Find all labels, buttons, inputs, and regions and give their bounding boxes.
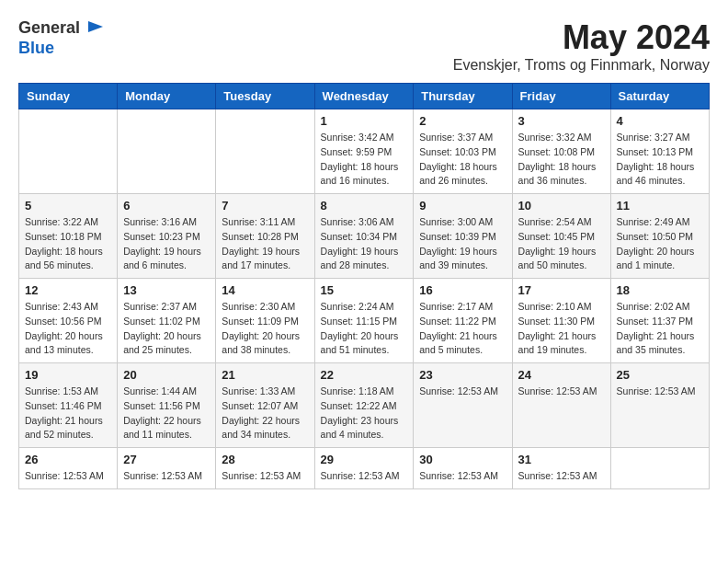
day-number: 31 <box>518 453 605 466</box>
calendar-cell: 16Sunrise: 2:17 AM Sunset: 11:22 PM Dayl… <box>414 279 512 363</box>
day-detail: Sunrise: 3:11 AM Sunset: 10:28 PM Daylig… <box>222 215 308 273</box>
day-detail: Sunrise: 12:53 AM <box>222 469 308 484</box>
calendar-cell: 19Sunrise: 1:53 AM Sunset: 11:46 PM Dayl… <box>19 363 118 448</box>
calendar-cell: 25Sunrise: 12:53 AM <box>610 363 709 448</box>
day-number: 20 <box>123 368 210 382</box>
day-number: 29 <box>321 453 408 466</box>
day-number: 25 <box>617 368 703 382</box>
calendar-cell: 8Sunrise: 3:06 AM Sunset: 10:34 PM Dayli… <box>314 194 414 279</box>
day-detail: Sunrise: 1:33 AM Sunset: 12:07 AM Daylig… <box>222 385 308 442</box>
calendar-cell: 30Sunrise: 12:53 AM <box>414 448 512 489</box>
day-detail: Sunrise: 2:49 AM Sunset: 10:50 PM Daylig… <box>617 215 703 273</box>
calendar-cell: 23Sunrise: 12:53 AM <box>414 363 512 448</box>
weekday-header-wednesday: Wednesday <box>314 84 414 109</box>
calendar-cell: 17Sunrise: 2:10 AM Sunset: 11:30 PM Dayl… <box>512 279 610 363</box>
page-header: General Blue May 2024 Evenskjer, Troms o… <box>18 18 710 74</box>
calendar-header: SundayMondayTuesdayWednesdayThursdayFrid… <box>19 84 710 109</box>
weekday-header-tuesday: Tuesday <box>216 84 314 109</box>
week-row-4: 26Sunrise: 12:53 AM27Sunrise: 12:53 AM28… <box>19 448 710 489</box>
day-detail: Sunrise: 3:06 AM Sunset: 10:34 PM Daylig… <box>321 215 408 273</box>
calendar-cell: 18Sunrise: 2:02 AM Sunset: 11:37 PM Dayl… <box>610 279 709 363</box>
calendar-cell: 1Sunrise: 3:42 AM Sunset: 9:59 PM Daylig… <box>314 109 414 194</box>
calendar-cell: 6Sunrise: 3:16 AM Sunset: 10:23 PM Dayli… <box>118 194 216 279</box>
calendar-cell: 24Sunrise: 12:53 AM <box>512 363 610 448</box>
calendar-cell: 12Sunrise: 2:43 AM Sunset: 10:56 PM Dayl… <box>19 279 118 363</box>
calendar-cell: 20Sunrise: 1:44 AM Sunset: 11:56 PM Dayl… <box>118 363 216 448</box>
day-number: 8 <box>321 199 408 213</box>
day-number: 24 <box>518 368 605 382</box>
calendar-table: SundayMondayTuesdayWednesdayThursdayFrid… <box>18 83 710 489</box>
day-detail: Sunrise: 3:32 AM Sunset: 10:08 PM Daylig… <box>518 131 605 189</box>
day-detail: Sunrise: 12:53 AM <box>617 385 703 399</box>
day-number: 1 <box>321 114 408 128</box>
calendar-cell: 22Sunrise: 1:18 AM Sunset: 12:22 AM Dayl… <box>314 363 414 448</box>
calendar-cell: 21Sunrise: 1:33 AM Sunset: 12:07 AM Dayl… <box>216 363 314 448</box>
day-detail: Sunrise: 2:54 AM Sunset: 10:45 PM Daylig… <box>518 215 605 273</box>
day-detail: Sunrise: 2:24 AM Sunset: 11:15 PM Daylig… <box>321 300 408 358</box>
calendar-cell: 11Sunrise: 2:49 AM Sunset: 10:50 PM Dayl… <box>610 194 709 279</box>
calendar-cell: 5Sunrise: 3:22 AM Sunset: 10:18 PM Dayli… <box>19 194 118 279</box>
calendar-body: 1Sunrise: 3:42 AM Sunset: 9:59 PM Daylig… <box>19 109 710 489</box>
logo-text: General <box>18 18 105 39</box>
day-number: 4 <box>617 114 703 128</box>
day-number: 16 <box>419 283 506 297</box>
day-detail: Sunrise: 12:53 AM <box>123 469 210 484</box>
day-number: 28 <box>222 453 308 466</box>
day-number: 17 <box>518 283 605 297</box>
day-detail: Sunrise: 2:17 AM Sunset: 11:22 PM Daylig… <box>419 300 506 358</box>
month-title: May 2024 <box>453 18 710 57</box>
day-detail: Sunrise: 1:53 AM Sunset: 11:46 PM Daylig… <box>25 385 111 442</box>
calendar-cell: 2Sunrise: 3:37 AM Sunset: 10:03 PM Dayli… <box>414 109 512 194</box>
day-detail: Sunrise: 3:16 AM Sunset: 10:23 PM Daylig… <box>123 215 210 273</box>
calendar-cell: 31Sunrise: 12:53 AM <box>512 448 610 489</box>
day-number: 27 <box>123 453 210 466</box>
calendar-cell <box>19 109 118 194</box>
day-number: 6 <box>123 199 210 213</box>
weekday-header-sunday: Sunday <box>19 84 118 109</box>
svg-marker-0 <box>88 21 103 32</box>
day-number: 26 <box>25 453 111 466</box>
day-detail: Sunrise: 12:53 AM <box>25 469 111 484</box>
day-number: 13 <box>123 283 210 297</box>
calendar-cell: 7Sunrise: 3:11 AM Sunset: 10:28 PM Dayli… <box>216 194 314 279</box>
day-number: 2 <box>419 114 506 128</box>
weekday-header-saturday: Saturday <box>610 84 709 109</box>
day-number: 22 <box>321 368 408 382</box>
calendar-cell: 28Sunrise: 12:53 AM <box>216 448 314 489</box>
calendar-cell: 15Sunrise: 2:24 AM Sunset: 11:15 PM Dayl… <box>314 279 414 363</box>
day-number: 21 <box>222 368 308 382</box>
day-detail: Sunrise: 3:37 AM Sunset: 10:03 PM Daylig… <box>419 131 506 189</box>
week-row-0: 1Sunrise: 3:42 AM Sunset: 9:59 PM Daylig… <box>19 109 710 194</box>
day-number: 15 <box>321 283 408 297</box>
weekday-header-thursday: Thursday <box>414 84 512 109</box>
day-detail: Sunrise: 12:53 AM <box>321 469 408 484</box>
title-block: May 2024 Evenskjer, Troms og Finnmark, N… <box>453 18 710 74</box>
day-number: 19 <box>25 368 111 382</box>
weekday-header-friday: Friday <box>512 84 610 109</box>
day-number: 14 <box>222 283 308 297</box>
day-detail: Sunrise: 12:53 AM <box>419 385 506 399</box>
calendar-cell: 4Sunrise: 3:27 AM Sunset: 10:13 PM Dayli… <box>610 109 709 194</box>
calendar-cell: 10Sunrise: 2:54 AM Sunset: 10:45 PM Dayl… <box>512 194 610 279</box>
week-row-1: 5Sunrise: 3:22 AM Sunset: 10:18 PM Dayli… <box>19 194 710 279</box>
day-number: 11 <box>617 199 703 213</box>
day-detail: Sunrise: 2:02 AM Sunset: 11:37 PM Daylig… <box>617 300 703 358</box>
calendar-cell: 29Sunrise: 12:53 AM <box>314 448 414 489</box>
weekday-row: SundayMondayTuesdayWednesdayThursdayFrid… <box>19 84 710 109</box>
day-number: 18 <box>617 283 703 297</box>
calendar-cell: 13Sunrise: 2:37 AM Sunset: 11:02 PM Dayl… <box>118 279 216 363</box>
day-detail: Sunrise: 2:37 AM Sunset: 11:02 PM Daylig… <box>123 300 210 358</box>
day-number: 7 <box>222 199 308 213</box>
calendar-cell <box>118 109 216 194</box>
day-number: 10 <box>518 199 605 213</box>
week-row-2: 12Sunrise: 2:43 AM Sunset: 10:56 PM Dayl… <box>19 279 710 363</box>
calendar-cell: 14Sunrise: 2:30 AM Sunset: 11:09 PM Dayl… <box>216 279 314 363</box>
week-row-3: 19Sunrise: 1:53 AM Sunset: 11:46 PM Dayl… <box>19 363 710 448</box>
logo-flag-icon <box>86 19 105 38</box>
day-detail: Sunrise: 2:10 AM Sunset: 11:30 PM Daylig… <box>518 300 605 358</box>
logo: General Blue <box>18 18 105 58</box>
day-number: 9 <box>419 199 506 213</box>
day-detail: Sunrise: 3:42 AM Sunset: 9:59 PM Dayligh… <box>321 131 408 189</box>
calendar-cell: 3Sunrise: 3:32 AM Sunset: 10:08 PM Dayli… <box>512 109 610 194</box>
day-detail: Sunrise: 2:43 AM Sunset: 10:56 PM Daylig… <box>25 300 111 358</box>
